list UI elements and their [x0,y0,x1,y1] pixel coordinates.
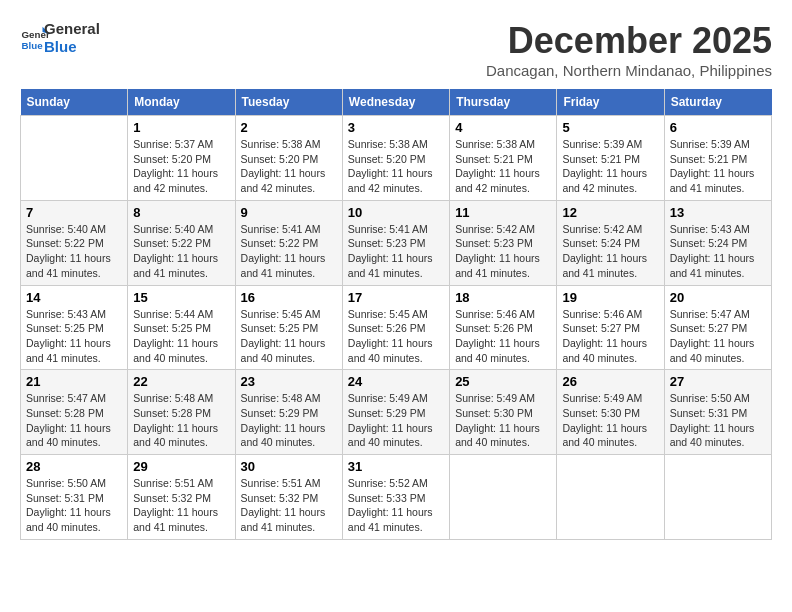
col-header-saturday: Saturday [664,89,771,116]
calendar-cell: 7Sunrise: 5:40 AMSunset: 5:22 PMDaylight… [21,200,128,285]
calendar-week-3: 14Sunrise: 5:43 AMSunset: 5:25 PMDayligh… [21,285,772,370]
logo-text-blue: Blue [44,38,100,56]
day-info: Sunrise: 5:44 AMSunset: 5:25 PMDaylight:… [133,307,229,366]
day-info: Sunrise: 5:46 AMSunset: 5:26 PMDaylight:… [455,307,551,366]
calendar-cell: 29Sunrise: 5:51 AMSunset: 5:32 PMDayligh… [128,455,235,540]
day-info: Sunrise: 5:37 AMSunset: 5:20 PMDaylight:… [133,137,229,196]
col-header-tuesday: Tuesday [235,89,342,116]
day-info: Sunrise: 5:38 AMSunset: 5:20 PMDaylight:… [241,137,337,196]
day-info: Sunrise: 5:39 AMSunset: 5:21 PMDaylight:… [670,137,766,196]
calendar-week-4: 21Sunrise: 5:47 AMSunset: 5:28 PMDayligh… [21,370,772,455]
calendar-cell [557,455,664,540]
day-info: Sunrise: 5:39 AMSunset: 5:21 PMDaylight:… [562,137,658,196]
calendar-cell: 2Sunrise: 5:38 AMSunset: 5:20 PMDaylight… [235,116,342,201]
month-title: December 2025 [486,20,772,62]
calendar-week-1: 1Sunrise: 5:37 AMSunset: 5:20 PMDaylight… [21,116,772,201]
day-number: 29 [133,459,229,474]
calendar-cell: 5Sunrise: 5:39 AMSunset: 5:21 PMDaylight… [557,116,664,201]
col-header-monday: Monday [128,89,235,116]
calendar-cell: 16Sunrise: 5:45 AMSunset: 5:25 PMDayligh… [235,285,342,370]
calendar-cell [450,455,557,540]
day-info: Sunrise: 5:50 AMSunset: 5:31 PMDaylight:… [670,391,766,450]
day-number: 12 [562,205,658,220]
calendar-cell: 22Sunrise: 5:48 AMSunset: 5:28 PMDayligh… [128,370,235,455]
day-info: Sunrise: 5:45 AMSunset: 5:26 PMDaylight:… [348,307,444,366]
calendar-table: SundayMondayTuesdayWednesdayThursdayFrid… [20,89,772,540]
calendar-cell: 6Sunrise: 5:39 AMSunset: 5:21 PMDaylight… [664,116,771,201]
day-info: Sunrise: 5:51 AMSunset: 5:32 PMDaylight:… [241,476,337,535]
day-info: Sunrise: 5:49 AMSunset: 5:30 PMDaylight:… [562,391,658,450]
calendar-cell: 23Sunrise: 5:48 AMSunset: 5:29 PMDayligh… [235,370,342,455]
calendar-week-2: 7Sunrise: 5:40 AMSunset: 5:22 PMDaylight… [21,200,772,285]
day-info: Sunrise: 5:47 AMSunset: 5:28 PMDaylight:… [26,391,122,450]
day-number: 5 [562,120,658,135]
calendar-cell: 8Sunrise: 5:40 AMSunset: 5:22 PMDaylight… [128,200,235,285]
day-info: Sunrise: 5:41 AMSunset: 5:23 PMDaylight:… [348,222,444,281]
day-info: Sunrise: 5:41 AMSunset: 5:22 PMDaylight:… [241,222,337,281]
logo-text-general: General [44,20,100,38]
calendar-cell: 20Sunrise: 5:47 AMSunset: 5:27 PMDayligh… [664,285,771,370]
day-number: 17 [348,290,444,305]
calendar-cell: 26Sunrise: 5:49 AMSunset: 5:30 PMDayligh… [557,370,664,455]
day-info: Sunrise: 5:48 AMSunset: 5:28 PMDaylight:… [133,391,229,450]
day-number: 23 [241,374,337,389]
calendar-week-5: 28Sunrise: 5:50 AMSunset: 5:31 PMDayligh… [21,455,772,540]
day-info: Sunrise: 5:42 AMSunset: 5:23 PMDaylight:… [455,222,551,281]
svg-text:Blue: Blue [22,40,44,51]
calendar-cell: 27Sunrise: 5:50 AMSunset: 5:31 PMDayligh… [664,370,771,455]
day-number: 22 [133,374,229,389]
page-header: General Blue General Blue December 2025 … [20,20,772,79]
day-info: Sunrise: 5:42 AMSunset: 5:24 PMDaylight:… [562,222,658,281]
day-number: 27 [670,374,766,389]
calendar-cell: 3Sunrise: 5:38 AMSunset: 5:20 PMDaylight… [342,116,449,201]
day-number: 15 [133,290,229,305]
logo: General Blue General Blue [20,20,100,56]
day-number: 30 [241,459,337,474]
day-number: 26 [562,374,658,389]
day-number: 8 [133,205,229,220]
location: Dancagan, Northern Mindanao, Philippines [486,62,772,79]
day-number: 4 [455,120,551,135]
day-info: Sunrise: 5:43 AMSunset: 5:25 PMDaylight:… [26,307,122,366]
day-info: Sunrise: 5:49 AMSunset: 5:30 PMDaylight:… [455,391,551,450]
calendar-cell: 1Sunrise: 5:37 AMSunset: 5:20 PMDaylight… [128,116,235,201]
calendar-cell: 14Sunrise: 5:43 AMSunset: 5:25 PMDayligh… [21,285,128,370]
day-info: Sunrise: 5:40 AMSunset: 5:22 PMDaylight:… [133,222,229,281]
day-number: 3 [348,120,444,135]
calendar-cell: 4Sunrise: 5:38 AMSunset: 5:21 PMDaylight… [450,116,557,201]
day-number: 13 [670,205,766,220]
col-header-wednesday: Wednesday [342,89,449,116]
calendar-cell: 24Sunrise: 5:49 AMSunset: 5:29 PMDayligh… [342,370,449,455]
calendar-cell: 13Sunrise: 5:43 AMSunset: 5:24 PMDayligh… [664,200,771,285]
day-info: Sunrise: 5:49 AMSunset: 5:29 PMDaylight:… [348,391,444,450]
day-number: 7 [26,205,122,220]
col-header-sunday: Sunday [21,89,128,116]
day-info: Sunrise: 5:47 AMSunset: 5:27 PMDaylight:… [670,307,766,366]
title-block: December 2025 Dancagan, Northern Mindana… [486,20,772,79]
day-info: Sunrise: 5:51 AMSunset: 5:32 PMDaylight:… [133,476,229,535]
day-number: 11 [455,205,551,220]
col-header-thursday: Thursday [450,89,557,116]
day-info: Sunrise: 5:38 AMSunset: 5:21 PMDaylight:… [455,137,551,196]
day-info: Sunrise: 5:48 AMSunset: 5:29 PMDaylight:… [241,391,337,450]
day-info: Sunrise: 5:46 AMSunset: 5:27 PMDaylight:… [562,307,658,366]
calendar-cell: 17Sunrise: 5:45 AMSunset: 5:26 PMDayligh… [342,285,449,370]
day-info: Sunrise: 5:38 AMSunset: 5:20 PMDaylight:… [348,137,444,196]
day-info: Sunrise: 5:50 AMSunset: 5:31 PMDaylight:… [26,476,122,535]
day-number: 25 [455,374,551,389]
calendar-cell: 10Sunrise: 5:41 AMSunset: 5:23 PMDayligh… [342,200,449,285]
calendar-cell: 19Sunrise: 5:46 AMSunset: 5:27 PMDayligh… [557,285,664,370]
calendar-cell: 11Sunrise: 5:42 AMSunset: 5:23 PMDayligh… [450,200,557,285]
calendar-cell: 21Sunrise: 5:47 AMSunset: 5:28 PMDayligh… [21,370,128,455]
calendar-cell: 28Sunrise: 5:50 AMSunset: 5:31 PMDayligh… [21,455,128,540]
day-number: 14 [26,290,122,305]
calendar-cell: 9Sunrise: 5:41 AMSunset: 5:22 PMDaylight… [235,200,342,285]
calendar-cell: 25Sunrise: 5:49 AMSunset: 5:30 PMDayligh… [450,370,557,455]
day-number: 21 [26,374,122,389]
calendar-cell: 30Sunrise: 5:51 AMSunset: 5:32 PMDayligh… [235,455,342,540]
day-number: 18 [455,290,551,305]
day-number: 28 [26,459,122,474]
day-number: 6 [670,120,766,135]
day-number: 2 [241,120,337,135]
day-number: 9 [241,205,337,220]
